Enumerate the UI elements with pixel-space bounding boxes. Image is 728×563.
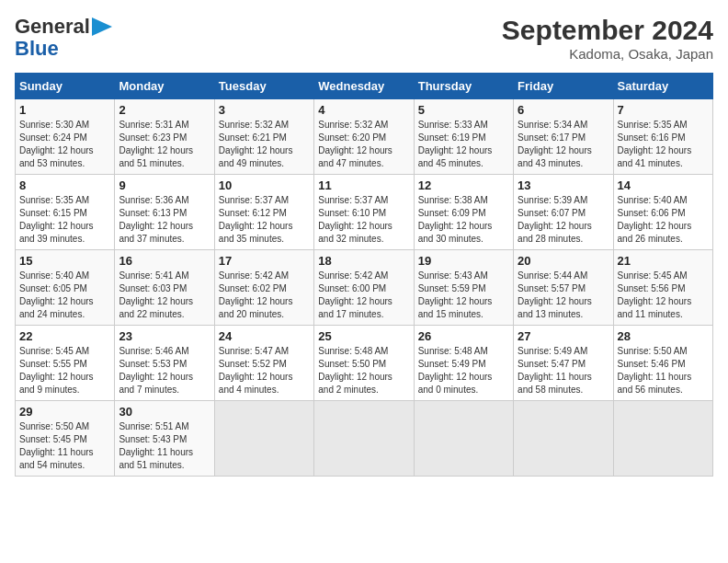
day-info: Sunrise: 5:50 AM Sunset: 5:45 PM Dayligh… — [19, 420, 110, 472]
day-info: Sunrise: 5:38 AM Sunset: 6:09 PM Dayligh… — [418, 194, 509, 246]
day-number: 7 — [618, 103, 709, 117]
header-wednesday: Wednesday — [314, 74, 414, 99]
day-number: 24 — [219, 329, 310, 343]
day-info: Sunrise: 5:33 AM Sunset: 6:19 PM Dayligh… — [418, 119, 509, 170]
table-row: 25Sunrise: 5:48 AM Sunset: 5:50 PM Dayli… — [314, 326, 414, 401]
day-number: 5 — [418, 103, 509, 117]
day-info: Sunrise: 5:39 AM Sunset: 6:07 PM Dayligh… — [518, 194, 609, 246]
logo: General Blue — [15, 15, 112, 59]
header-saturday: Saturday — [613, 74, 712, 99]
day-info: Sunrise: 5:35 AM Sunset: 6:15 PM Dayligh… — [19, 194, 110, 246]
table-row: 16Sunrise: 5:41 AM Sunset: 6:03 PM Dayli… — [115, 250, 214, 326]
table-row: 1Sunrise: 5:30 AM Sunset: 6:24 PM Daylig… — [16, 99, 115, 175]
table-row: 23Sunrise: 5:46 AM Sunset: 5:53 PM Dayli… — [115, 326, 214, 401]
day-number: 26 — [418, 329, 509, 343]
table-row: 2Sunrise: 5:31 AM Sunset: 6:23 PM Daylig… — [115, 99, 214, 175]
day-info: Sunrise: 5:40 AM Sunset: 6:06 PM Dayligh… — [618, 194, 709, 246]
table-row: 15Sunrise: 5:40 AM Sunset: 6:05 PM Dayli… — [16, 250, 115, 326]
day-number: 12 — [418, 178, 509, 192]
day-number: 20 — [518, 254, 609, 268]
table-row: 9Sunrise: 5:36 AM Sunset: 6:13 PM Daylig… — [115, 175, 214, 250]
table-row: 11Sunrise: 5:37 AM Sunset: 6:10 PM Dayli… — [314, 175, 414, 250]
table-row — [514, 401, 613, 477]
day-info: Sunrise: 5:47 AM Sunset: 5:52 PM Dayligh… — [219, 345, 310, 396]
table-row: 30Sunrise: 5:51 AM Sunset: 5:43 PM Dayli… — [115, 401, 214, 477]
header-thursday: Thursday — [414, 74, 513, 99]
day-info: Sunrise: 5:36 AM Sunset: 6:13 PM Dayligh… — [119, 194, 210, 246]
table-row — [214, 401, 313, 477]
calendar-week-row: 1Sunrise: 5:30 AM Sunset: 6:24 PM Daylig… — [16, 99, 713, 175]
day-info: Sunrise: 5:42 AM Sunset: 6:00 PM Dayligh… — [318, 270, 409, 321]
day-info: Sunrise: 5:37 AM Sunset: 6:12 PM Dayligh… — [219, 194, 310, 246]
day-info: Sunrise: 5:49 AM Sunset: 5:47 PM Dayligh… — [518, 345, 609, 396]
logo-text-general: General — [15, 15, 90, 39]
table-row: 8Sunrise: 5:35 AM Sunset: 6:15 PM Daylig… — [16, 175, 115, 250]
day-info: Sunrise: 5:31 AM Sunset: 6:23 PM Dayligh… — [119, 119, 210, 170]
day-info: Sunrise: 5:40 AM Sunset: 6:05 PM Dayligh… — [19, 270, 110, 321]
header-sunday: Sunday — [16, 74, 115, 99]
day-number: 13 — [518, 178, 609, 192]
day-number: 16 — [119, 254, 210, 268]
day-number: 28 — [618, 329, 709, 343]
day-number: 21 — [618, 254, 709, 268]
table-row: 20Sunrise: 5:44 AM Sunset: 5:57 PM Dayli… — [514, 250, 613, 326]
table-row: 3Sunrise: 5:32 AM Sunset: 6:21 PM Daylig… — [214, 99, 313, 175]
svg-marker-0 — [92, 17, 112, 36]
day-info: Sunrise: 5:45 AM Sunset: 5:55 PM Dayligh… — [19, 345, 110, 396]
day-number: 14 — [618, 178, 709, 192]
day-info: Sunrise: 5:43 AM Sunset: 5:59 PM Dayligh… — [418, 270, 509, 321]
day-info: Sunrise: 5:32 AM Sunset: 6:20 PM Dayligh… — [318, 119, 409, 170]
day-number: 23 — [119, 329, 210, 343]
logo-arrow-icon — [92, 17, 112, 36]
table-row: 19Sunrise: 5:43 AM Sunset: 5:59 PM Dayli… — [414, 250, 513, 326]
table-row: 24Sunrise: 5:47 AM Sunset: 5:52 PM Dayli… — [214, 326, 313, 401]
day-number: 10 — [219, 178, 310, 192]
calendar-table: Sunday Monday Tuesday Wednesday Thursday… — [15, 73, 713, 477]
calendar-week-row: 29Sunrise: 5:50 AM Sunset: 5:45 PM Dayli… — [16, 401, 713, 477]
table-row — [414, 401, 513, 477]
calendar-week-row: 22Sunrise: 5:45 AM Sunset: 5:55 PM Dayli… — [16, 326, 713, 401]
day-info: Sunrise: 5:41 AM Sunset: 6:03 PM Dayligh… — [119, 270, 210, 321]
table-row: 13Sunrise: 5:39 AM Sunset: 6:07 PM Dayli… — [514, 175, 613, 250]
table-row — [613, 401, 712, 477]
day-info: Sunrise: 5:46 AM Sunset: 5:53 PM Dayligh… — [119, 345, 210, 396]
logo-text-blue: Blue — [15, 39, 59, 59]
calendar-week-row: 8Sunrise: 5:35 AM Sunset: 6:15 PM Daylig… — [16, 175, 713, 250]
header-tuesday: Tuesday — [214, 74, 313, 99]
day-number: 30 — [119, 405, 210, 419]
day-number: 9 — [119, 178, 210, 192]
day-info: Sunrise: 5:50 AM Sunset: 5:46 PM Dayligh… — [618, 345, 709, 396]
day-info: Sunrise: 5:37 AM Sunset: 6:10 PM Dayligh… — [318, 194, 409, 246]
day-number: 15 — [19, 254, 110, 268]
day-info: Sunrise: 5:44 AM Sunset: 5:57 PM Dayligh… — [518, 270, 609, 321]
day-number: 18 — [318, 254, 409, 268]
day-number: 3 — [219, 103, 310, 117]
day-number: 6 — [518, 103, 609, 117]
day-number: 19 — [418, 254, 509, 268]
table-row: 12Sunrise: 5:38 AM Sunset: 6:09 PM Dayli… — [414, 175, 513, 250]
day-number: 17 — [219, 254, 310, 268]
header-friday: Friday — [514, 74, 613, 99]
calendar-week-row: 15Sunrise: 5:40 AM Sunset: 6:05 PM Dayli… — [16, 250, 713, 326]
day-info: Sunrise: 5:48 AM Sunset: 5:49 PM Dayligh… — [418, 345, 509, 396]
table-row: 28Sunrise: 5:50 AM Sunset: 5:46 PM Dayli… — [613, 326, 712, 401]
day-number: 4 — [318, 103, 409, 117]
table-row: 14Sunrise: 5:40 AM Sunset: 6:06 PM Dayli… — [613, 175, 712, 250]
table-row: 5Sunrise: 5:33 AM Sunset: 6:19 PM Daylig… — [414, 99, 513, 175]
table-row: 17Sunrise: 5:42 AM Sunset: 6:02 PM Dayli… — [214, 250, 313, 326]
table-row: 7Sunrise: 5:35 AM Sunset: 6:16 PM Daylig… — [613, 99, 712, 175]
day-info: Sunrise: 5:34 AM Sunset: 6:17 PM Dayligh… — [518, 119, 609, 170]
day-number: 25 — [318, 329, 409, 343]
day-info: Sunrise: 5:48 AM Sunset: 5:50 PM Dayligh… — [318, 345, 409, 396]
calendar-location: Kadoma, Osaka, Japan — [502, 46, 713, 62]
table-row: 27Sunrise: 5:49 AM Sunset: 5:47 PM Dayli… — [514, 326, 613, 401]
header-monday: Monday — [115, 74, 214, 99]
day-info: Sunrise: 5:32 AM Sunset: 6:21 PM Dayligh… — [219, 119, 310, 170]
calendar-title-block: September 2024 Kadoma, Osaka, Japan — [502, 15, 713, 62]
day-info: Sunrise: 5:51 AM Sunset: 5:43 PM Dayligh… — [119, 420, 210, 472]
table-row: 6Sunrise: 5:34 AM Sunset: 6:17 PM Daylig… — [514, 99, 613, 175]
day-number: 27 — [518, 329, 609, 343]
calendar-month-year: September 2024 — [502, 15, 713, 46]
day-number: 29 — [19, 405, 110, 419]
calendar-header-row: Sunday Monday Tuesday Wednesday Thursday… — [16, 74, 713, 99]
